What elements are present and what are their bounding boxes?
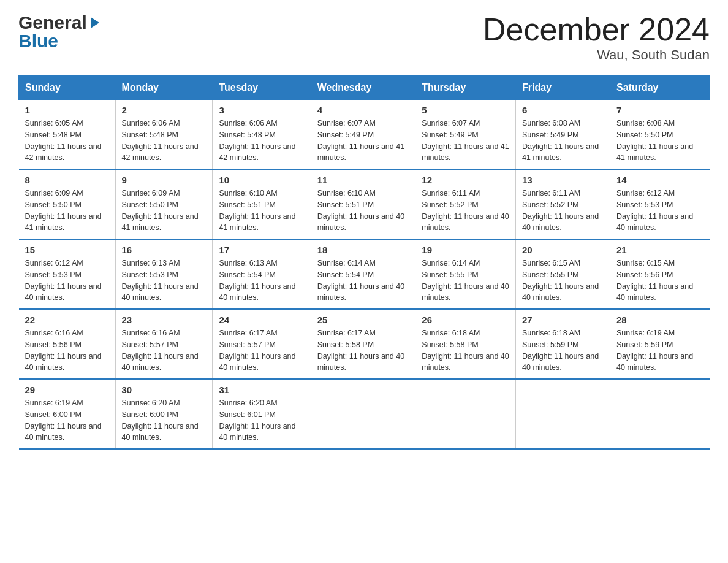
calendar-cell: 27 Sunrise: 6:18 AMSunset: 5:59 PMDaylig… [516,309,610,379]
logo-arrow-icon [88,16,102,29]
day-info: Sunrise: 6:05 AMSunset: 5:48 PMDaylight:… [25,119,102,162]
day-info: Sunrise: 6:11 AMSunset: 5:52 PMDaylight:… [422,189,509,232]
day-number: 14 [616,175,703,185]
calendar-week-row: 15 Sunrise: 6:12 AMSunset: 5:53 PMDaylig… [19,239,710,309]
day-info: Sunrise: 6:09 AMSunset: 5:50 PMDaylight:… [122,189,199,232]
day-info: Sunrise: 6:14 AMSunset: 5:54 PMDaylight:… [317,259,404,302]
day-number: 24 [219,315,304,325]
calendar-cell: 6 Sunrise: 6:08 AMSunset: 5:49 PMDayligh… [516,100,610,170]
day-number: 20 [522,245,604,255]
calendar-cell: 1 Sunrise: 6:05 AMSunset: 5:48 PMDayligh… [19,100,116,170]
logo-general: General [18,12,87,33]
day-number: 15 [25,245,109,255]
calendar-cell: 26 Sunrise: 6:18 AMSunset: 5:58 PMDaylig… [415,309,516,379]
calendar-cell: 14 Sunrise: 6:12 AMSunset: 5:53 PMDaylig… [610,169,710,239]
day-info: Sunrise: 6:20 AMSunset: 6:01 PMDaylight:… [219,399,295,442]
calendar-cell: 28 Sunrise: 6:19 AMSunset: 5:59 PMDaylig… [610,309,710,379]
calendar-week-row: 29 Sunrise: 6:19 AMSunset: 6:00 PMDaylig… [19,379,710,449]
day-info: Sunrise: 6:15 AMSunset: 5:56 PMDaylight:… [616,259,693,302]
calendar-week-row: 22 Sunrise: 6:16 AMSunset: 5:56 PMDaylig… [19,309,710,379]
calendar-cell: 20 Sunrise: 6:15 AMSunset: 5:55 PMDaylig… [516,239,610,309]
day-info: Sunrise: 6:18 AMSunset: 5:59 PMDaylight:… [522,329,599,372]
day-number: 6 [522,105,604,115]
calendar-header-thursday: Thursday [415,76,516,100]
day-info: Sunrise: 6:09 AMSunset: 5:50 PMDaylight:… [25,189,102,232]
calendar-cell: 17 Sunrise: 6:13 AMSunset: 5:54 PMDaylig… [213,239,311,309]
day-info: Sunrise: 6:11 AMSunset: 5:52 PMDaylight:… [522,189,599,232]
calendar-cell: 16 Sunrise: 6:13 AMSunset: 5:53 PMDaylig… [115,239,213,309]
calendar-cell: 15 Sunrise: 6:12 AMSunset: 5:53 PMDaylig… [19,239,116,309]
day-info: Sunrise: 6:08 AMSunset: 5:49 PMDaylight:… [522,119,599,162]
calendar-cell: 23 Sunrise: 6:16 AMSunset: 5:57 PMDaylig… [115,309,213,379]
calendar-cell: 30 Sunrise: 6:20 AMSunset: 6:00 PMDaylig… [115,379,213,449]
page-title: December 2024 [483,12,710,47]
calendar-cell [516,379,610,449]
calendar-cell: 8 Sunrise: 6:09 AMSunset: 5:50 PMDayligh… [19,169,116,239]
day-number: 17 [219,245,304,255]
calendar-cell [311,379,415,449]
day-number: 3 [219,105,304,115]
title-block: December 2024 Wau, South Sudan [483,12,710,63]
calendar-cell: 3 Sunrise: 6:06 AMSunset: 5:48 PMDayligh… [213,100,311,170]
calendar-week-row: 1 Sunrise: 6:05 AMSunset: 5:48 PMDayligh… [19,100,710,170]
calendar-cell: 21 Sunrise: 6:15 AMSunset: 5:56 PMDaylig… [610,239,710,309]
day-info: Sunrise: 6:07 AMSunset: 5:49 PMDaylight:… [317,119,404,162]
calendar-cell: 31 Sunrise: 6:20 AMSunset: 6:01 PMDaylig… [213,379,311,449]
calendar-cell: 5 Sunrise: 6:07 AMSunset: 5:49 PMDayligh… [415,100,516,170]
day-number: 12 [422,175,509,185]
day-number: 25 [317,315,409,325]
day-info: Sunrise: 6:15 AMSunset: 5:55 PMDaylight:… [522,259,599,302]
day-number: 18 [317,245,409,255]
calendar-header-friday: Friday [516,76,610,100]
day-info: Sunrise: 6:08 AMSunset: 5:50 PMDaylight:… [616,119,693,162]
calendar-cell: 25 Sunrise: 6:17 AMSunset: 5:58 PMDaylig… [311,309,415,379]
calendar-cell: 7 Sunrise: 6:08 AMSunset: 5:50 PMDayligh… [610,100,710,170]
calendar-cell: 29 Sunrise: 6:19 AMSunset: 6:00 PMDaylig… [19,379,116,449]
calendar-cell: 24 Sunrise: 6:17 AMSunset: 5:57 PMDaylig… [213,309,311,379]
day-number: 5 [422,105,509,115]
calendar-header-row: SundayMondayTuesdayWednesdayThursdayFrid… [19,76,710,100]
day-info: Sunrise: 6:17 AMSunset: 5:58 PMDaylight:… [317,329,404,372]
day-number: 16 [122,245,207,255]
calendar-cell: 18 Sunrise: 6:14 AMSunset: 5:54 PMDaylig… [311,239,415,309]
day-info: Sunrise: 6:07 AMSunset: 5:49 PMDaylight:… [422,119,509,162]
calendar-cell: 12 Sunrise: 6:11 AMSunset: 5:52 PMDaylig… [415,169,516,239]
calendar-cell: 4 Sunrise: 6:07 AMSunset: 5:49 PMDayligh… [311,100,415,170]
day-number: 31 [219,385,304,395]
calendar-header-sunday: Sunday [19,76,116,100]
calendar-cell [415,379,516,449]
day-info: Sunrise: 6:19 AMSunset: 5:59 PMDaylight:… [616,329,693,372]
calendar-table: SundayMondayTuesdayWednesdayThursdayFrid… [18,75,710,450]
day-number: 29 [25,385,109,395]
day-number: 8 [25,175,109,185]
day-number: 9 [122,175,207,185]
day-number: 19 [422,245,509,255]
logo-blue: Blue [18,31,58,52]
calendar-cell: 22 Sunrise: 6:16 AMSunset: 5:56 PMDaylig… [19,309,116,379]
page-subtitle: Wau, South Sudan [483,47,710,63]
day-number: 28 [616,315,703,325]
calendar-header-wednesday: Wednesday [311,76,415,100]
day-info: Sunrise: 6:13 AMSunset: 5:54 PMDaylight:… [219,259,295,302]
day-info: Sunrise: 6:06 AMSunset: 5:48 PMDaylight:… [219,119,295,162]
calendar-week-row: 8 Sunrise: 6:09 AMSunset: 5:50 PMDayligh… [19,169,710,239]
day-number: 4 [317,105,409,115]
day-info: Sunrise: 6:12 AMSunset: 5:53 PMDaylight:… [25,259,102,302]
calendar-header-tuesday: Tuesday [213,76,311,100]
calendar-cell: 2 Sunrise: 6:06 AMSunset: 5:48 PMDayligh… [115,100,213,170]
day-info: Sunrise: 6:19 AMSunset: 6:00 PMDaylight:… [25,399,102,442]
calendar-cell: 11 Sunrise: 6:10 AMSunset: 5:51 PMDaylig… [311,169,415,239]
day-info: Sunrise: 6:17 AMSunset: 5:57 PMDaylight:… [219,329,295,372]
day-number: 23 [122,315,207,325]
calendar-header-saturday: Saturday [610,76,710,100]
day-number: 1 [25,105,109,115]
day-number: 11 [317,175,409,185]
day-number: 21 [616,245,703,255]
day-info: Sunrise: 6:10 AMSunset: 5:51 PMDaylight:… [317,189,404,232]
day-info: Sunrise: 6:06 AMSunset: 5:48 PMDaylight:… [122,119,199,162]
day-info: Sunrise: 6:13 AMSunset: 5:53 PMDaylight:… [122,259,199,302]
calendar-cell: 19 Sunrise: 6:14 AMSunset: 5:55 PMDaylig… [415,239,516,309]
day-info: Sunrise: 6:16 AMSunset: 5:56 PMDaylight:… [25,329,102,372]
logo: General Blue [18,12,102,52]
calendar-cell: 13 Sunrise: 6:11 AMSunset: 5:52 PMDaylig… [516,169,610,239]
